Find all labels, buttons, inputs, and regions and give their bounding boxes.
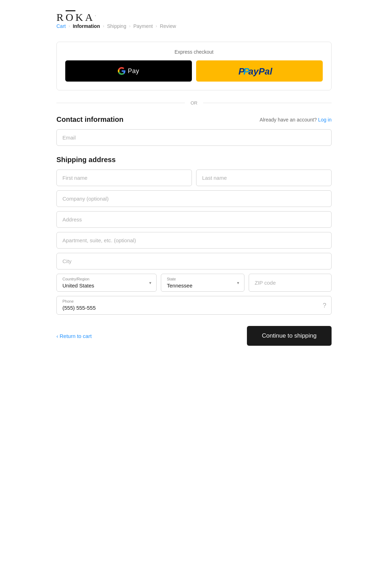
return-to-cart-label: Return to cart <box>60 333 92 339</box>
country-label: Country/Region <box>57 274 95 281</box>
svg-text:ayPal: ayPal <box>248 66 273 77</box>
address-input[interactable] <box>56 211 332 228</box>
paypal-logo: P P ayPal <box>238 65 281 77</box>
email-group <box>56 129 332 146</box>
country-select-wrapper[interactable]: Country/Region United States ▾ <box>56 274 157 292</box>
breadcrumb-review: Review <box>160 23 176 29</box>
breadcrumb-shipping: Shipping <box>107 23 126 29</box>
breadcrumb-payment: Payment <box>133 23 153 29</box>
express-buttons: Pay P P ayPal <box>65 60 323 82</box>
name-row <box>56 170 332 186</box>
zip-input[interactable] <box>249 274 332 292</box>
phone-input[interactable] <box>57 303 331 314</box>
breadcrumb-sep-2: › <box>103 24 104 29</box>
city-group <box>56 253 332 269</box>
breadcrumb-sep-1: › <box>68 24 70 29</box>
phone-help-icon[interactable]: ? <box>323 302 326 309</box>
google-pay-label: Pay <box>128 67 139 75</box>
contact-title: Contact information <box>56 115 123 124</box>
bottom-actions: ‹ Return to cart Continue to shipping <box>56 326 332 346</box>
company-input[interactable] <box>56 190 332 207</box>
state-select-wrapper[interactable]: State Tennessee ▾ <box>161 274 244 292</box>
continue-to-shipping-button[interactable]: Continue to shipping <box>247 326 332 346</box>
phone-wrapper: Phone ? <box>56 296 332 315</box>
phone-label: Phone <box>57 296 331 303</box>
city-input[interactable] <box>56 253 332 269</box>
google-g-icon <box>118 67 126 75</box>
apt-input[interactable] <box>56 232 332 249</box>
return-chevron-icon: ‹ <box>56 333 58 339</box>
logo: ROKA· <box>56 11 332 23</box>
breadcrumb: Cart › Information › Shipping › Payment … <box>56 23 332 29</box>
shipping-title: Shipping address <box>56 156 332 164</box>
apt-group <box>56 232 332 249</box>
email-input[interactable] <box>56 129 332 146</box>
first-name-input[interactable] <box>56 170 192 186</box>
breadcrumb-sep-4: › <box>156 24 157 29</box>
or-divider: OR <box>56 100 332 106</box>
zip-wrapper <box>249 274 332 292</box>
company-group <box>56 190 332 207</box>
google-pay-button[interactable]: Pay <box>65 60 192 82</box>
state-label: State <box>161 274 182 281</box>
breadcrumb-cart[interactable]: Cart <box>56 23 66 29</box>
return-to-cart-link[interactable]: ‹ Return to cart <box>56 333 92 339</box>
account-prompt: Already have an account? Log in <box>260 117 332 123</box>
express-checkout-box: Express checkout Pay P P ayPal <box>56 42 332 90</box>
address-group <box>56 211 332 228</box>
breadcrumb-information: Information <box>73 23 100 29</box>
breadcrumb-sep-3: › <box>129 24 131 29</box>
contact-header: Contact information Already have an acco… <box>56 115 332 124</box>
paypal-svg: P P ayPal <box>238 65 281 77</box>
express-checkout-title: Express checkout <box>65 49 323 55</box>
location-row: Country/Region United States ▾ State Ten… <box>56 274 332 292</box>
paypal-button[interactable]: P P ayPal <box>196 60 323 82</box>
or-text: OR <box>190 100 198 106</box>
login-link[interactable]: Log in <box>318 117 332 123</box>
last-name-input[interactable] <box>196 170 332 186</box>
